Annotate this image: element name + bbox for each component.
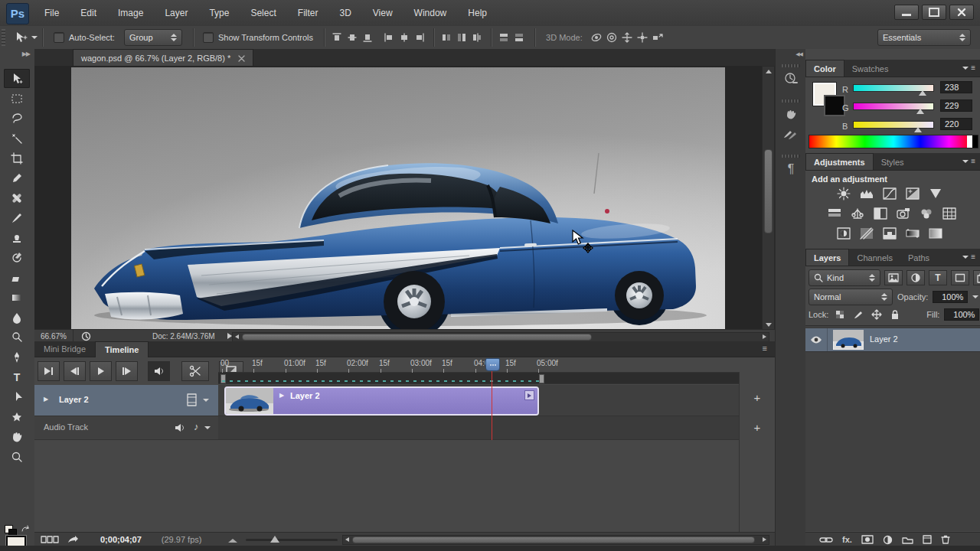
3d-scale-button[interactable] bbox=[650, 30, 665, 45]
scroll-left-arrow[interactable] bbox=[235, 334, 239, 339]
tab-swatches[interactable]: Swatches bbox=[844, 60, 897, 77]
new-layer-icon[interactable] bbox=[923, 535, 932, 544]
spectrum-black-swatch[interactable] bbox=[972, 135, 978, 148]
gradient-map-icon[interactable] bbox=[903, 227, 922, 240]
3d-rotate-button[interactable] bbox=[589, 30, 604, 45]
tool-brush[interactable] bbox=[4, 208, 30, 227]
tool-lasso[interactable] bbox=[4, 109, 30, 128]
menu-filter[interactable]: Filter bbox=[287, 0, 329, 26]
opacity-value-field[interactable]: 100% bbox=[933, 291, 968, 303]
channel-mixer-icon[interactable] bbox=[917, 207, 936, 220]
scroll-right-arrow[interactable] bbox=[763, 334, 766, 339]
playhead-marker[interactable] bbox=[485, 358, 500, 371]
lock-transparency-icon[interactable] bbox=[833, 308, 847, 321]
color-lookup-icon[interactable] bbox=[940, 207, 959, 220]
black-white-icon[interactable] bbox=[871, 207, 890, 220]
tool-path-selection[interactable] bbox=[4, 387, 30, 406]
tool-dodge[interactable] bbox=[4, 328, 30, 347]
delete-layer-icon[interactable] bbox=[941, 535, 950, 544]
go-to-first-frame-button[interactable] bbox=[38, 361, 60, 381]
3d-roll-button[interactable] bbox=[604, 30, 619, 45]
layer-thumbnail[interactable] bbox=[833, 330, 864, 350]
align-bottom-edges-button[interactable] bbox=[360, 30, 375, 45]
menu-type[interactable]: Type bbox=[198, 0, 240, 26]
tool-rectangular-marquee[interactable] bbox=[4, 89, 30, 108]
green-value-field[interactable]: 229 bbox=[940, 99, 972, 112]
vibrance-icon[interactable] bbox=[926, 187, 945, 201]
timeline-scroll-thumb[interactable] bbox=[352, 536, 755, 543]
align-right-edges-button[interactable] bbox=[412, 30, 427, 45]
tool-pen[interactable] bbox=[4, 347, 30, 367]
video-track-filmstrip-icon[interactable] bbox=[186, 393, 198, 407]
color-spectrum-ramp[interactable] bbox=[808, 135, 978, 148]
distribute-horizontal-button[interactable] bbox=[496, 30, 511, 45]
close-document-icon[interactable] bbox=[238, 55, 245, 62]
lock-all-icon[interactable] bbox=[888, 308, 902, 321]
align-vertical-centers-button[interactable] bbox=[345, 30, 360, 45]
align-left-edges-button[interactable] bbox=[381, 30, 397, 45]
audio-track-note-icon[interactable]: ♪ bbox=[194, 421, 199, 432]
menu-view[interactable]: View bbox=[362, 0, 403, 26]
3d-pan-button[interactable] bbox=[619, 30, 635, 45]
options-grip[interactable] bbox=[2, 29, 5, 46]
menu-3d[interactable]: 3D bbox=[328, 0, 361, 26]
blue-slider-thumb[interactable] bbox=[914, 127, 922, 132]
document-tab[interactable]: wagon.psd @ 66.7% (Layer 2, RGB/8) * bbox=[73, 49, 253, 67]
tab-mini-bridge[interactable]: Mini Bridge bbox=[34, 341, 95, 357]
play-button[interactable] bbox=[90, 361, 112, 381]
tab-color[interactable]: Color bbox=[805, 60, 844, 77]
track-disclosure-icon[interactable]: ▶ bbox=[44, 396, 48, 403]
levels-icon[interactable] bbox=[858, 187, 876, 201]
history-panel-icon[interactable] bbox=[776, 69, 806, 89]
close-button[interactable] bbox=[949, 5, 974, 20]
distribute-bottom-edges-button[interactable] bbox=[469, 30, 485, 45]
layer-style-icon[interactable]: fx. bbox=[842, 535, 852, 544]
filter-pixel-layers-icon[interactable] bbox=[884, 270, 903, 285]
brush-presets-panel-icon[interactable] bbox=[776, 124, 806, 144]
tool-presets-panel-icon[interactable] bbox=[776, 104, 806, 124]
curves-icon[interactable] bbox=[880, 187, 899, 201]
tool-history-brush[interactable] bbox=[4, 248, 30, 267]
lock-position-icon[interactable] bbox=[870, 308, 884, 321]
layer-name[interactable]: Layer 2 bbox=[870, 334, 898, 344]
selective-color-icon[interactable] bbox=[926, 227, 945, 240]
render-video-icon[interactable] bbox=[67, 535, 79, 544]
invert-icon[interactable] bbox=[835, 227, 853, 240]
tab-paths[interactable]: Paths bbox=[900, 249, 937, 266]
filter-adjustment-layers-icon[interactable] bbox=[906, 270, 925, 285]
new-group-icon[interactable] bbox=[902, 536, 913, 544]
timeline-scrollbar[interactable] bbox=[342, 535, 769, 545]
scroll-down-arrow[interactable] bbox=[766, 323, 772, 327]
new-adjustment-layer-icon[interactable] bbox=[883, 535, 893, 545]
collapse-tools-button[interactable]: ▶▶ bbox=[0, 49, 34, 64]
menu-window[interactable]: Window bbox=[403, 0, 458, 26]
tool-zoom[interactable] bbox=[4, 447, 30, 466]
distribute-top-edges-button[interactable] bbox=[439, 30, 454, 45]
distribute-vertical-centers-button[interactable] bbox=[454, 30, 469, 45]
tool-clone-stamp[interactable] bbox=[4, 228, 30, 247]
align-horizontal-centers-button[interactable] bbox=[397, 30, 412, 45]
tab-styles[interactable]: Styles bbox=[874, 154, 912, 170]
filter-type-layers-icon[interactable]: T bbox=[929, 270, 947, 285]
video-track-header[interactable]: ▶ Layer 2 bbox=[34, 385, 218, 416]
video-track-lane[interactable]: ▶ Layer 2 bbox=[218, 385, 739, 416]
mute-audio-button[interactable] bbox=[148, 361, 170, 381]
convert-to-frame-animation-icon[interactable] bbox=[41, 536, 59, 543]
work-area-start-handle[interactable] bbox=[220, 374, 226, 383]
go-to-previous-frame-button[interactable] bbox=[64, 361, 86, 381]
audio-track-header[interactable]: Audio Track ♪ bbox=[34, 416, 218, 440]
timeline-scroll-left-arrow[interactable] bbox=[345, 537, 349, 542]
timeline-panel-menu-icon[interactable]: ≡ bbox=[763, 344, 767, 353]
tab-layers[interactable]: Layers bbox=[805, 249, 849, 266]
align-top-edges-button[interactable] bbox=[329, 30, 345, 45]
posterize-icon[interactable] bbox=[858, 227, 876, 240]
fill-value-field[interactable]: 100% bbox=[944, 308, 979, 321]
add-audio-button[interactable]: + bbox=[750, 421, 764, 435]
adobe-drive-icon[interactable] bbox=[81, 331, 91, 341]
layer-visibility-cell[interactable] bbox=[805, 328, 828, 351]
timeline-zoom-slider-thumb[interactable] bbox=[270, 536, 279, 543]
filter-smart-objects-icon[interactable] bbox=[973, 270, 980, 285]
opacity-dropdown-arrow[interactable] bbox=[972, 295, 978, 298]
minimize-button[interactable] bbox=[894, 5, 919, 20]
canvas-vertical-scrollbar[interactable] bbox=[762, 66, 775, 329]
